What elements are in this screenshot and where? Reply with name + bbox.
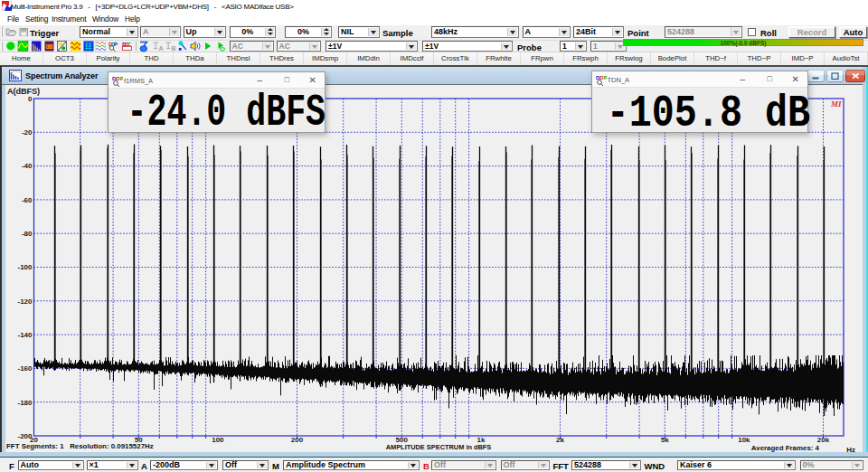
svg-text:-120: -120 xyxy=(17,297,33,306)
svg-text:-40: -40 xyxy=(22,162,33,170)
svg-text:-160: -160 xyxy=(17,364,33,373)
svg-text:888: 888 xyxy=(45,43,53,51)
svg-text:DDP: DDP xyxy=(108,42,118,47)
svg-text:B: B xyxy=(172,45,176,52)
svg-text:FFT Segments: 1 Resolution:: FFT Segments: 1 Resolution: 0.0915527Hz xyxy=(6,442,154,450)
svg-text:-180: -180 xyxy=(17,399,33,407)
svg-text:2k: 2k xyxy=(556,436,564,444)
svg-text:A(dBFS): A(dBFS) xyxy=(7,87,40,96)
svg-text:DOC: DOC xyxy=(122,42,132,47)
svg-text:Hz: Hz xyxy=(846,446,855,454)
svg-text:DDP: DDP xyxy=(596,75,607,80)
svg-text:200: 200 xyxy=(291,436,304,444)
svg-text:-100: -100 xyxy=(17,263,33,271)
svg-text:100: 100 xyxy=(212,436,224,444)
svg-text:Averaged Frames: 4: Averaged Frames: 4 xyxy=(751,444,820,452)
svg-text:-200: -200 xyxy=(17,432,33,440)
svg-text:20k: 20k xyxy=(817,436,830,444)
svg-text:MI: MI xyxy=(830,99,842,109)
svg-text:10k: 10k xyxy=(738,436,750,444)
svg-text:-60: -60 xyxy=(22,196,33,204)
svg-text:-20: -20 xyxy=(22,128,33,137)
svg-text:AMPLITUDE SPECTRUM in dBFS: AMPLITUDE SPECTRUM in dBFS xyxy=(386,443,492,451)
svg-text:0: 0 xyxy=(28,95,33,103)
svg-text:-140: -140 xyxy=(17,331,33,339)
svg-text:DDP: DDP xyxy=(112,76,123,81)
svg-text:5k: 5k xyxy=(661,436,669,444)
svg-text:A: A xyxy=(159,45,164,52)
svg-text:-80: -80 xyxy=(22,230,33,238)
